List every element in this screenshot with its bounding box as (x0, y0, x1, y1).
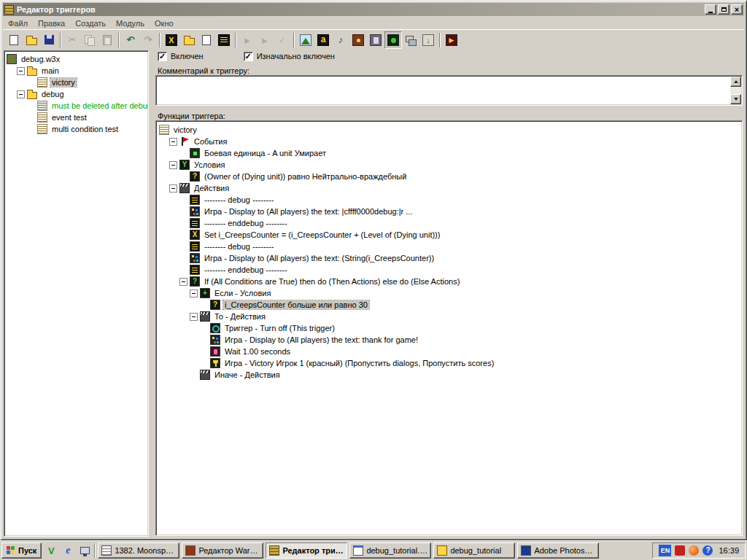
quick-launch-ie-icon[interactable]: e (61, 543, 75, 558)
menu-window[interactable]: Окно (150, 18, 179, 29)
func-row-trigger-root[interactable]: victory (158, 124, 740, 136)
open-folder-icon (26, 38, 37, 45)
menu-create[interactable]: Создать (70, 18, 111, 29)
tray-icon-orange[interactable] (689, 545, 699, 556)
sound-editor-button[interactable] (332, 31, 349, 49)
func-label: Иначе - Действия (213, 370, 282, 379)
func-row-wait[interactable]: Wait 1.00 seconds (158, 346, 740, 357)
collapse-icon[interactable] (169, 184, 177, 192)
collapse-icon[interactable] (17, 90, 25, 98)
terrain-editor-button[interactable] (297, 31, 314, 49)
new-trigger-button[interactable] (198, 31, 215, 49)
func-row-comment-enddebug[interactable]: -------- enddebug -------- (158, 264, 740, 276)
close-button[interactable]: × (731, 4, 743, 15)
new-variable-button[interactable] (163, 31, 180, 49)
system-tray: EN 16:39 (652, 542, 746, 559)
collapse-icon[interactable] (190, 313, 198, 321)
object-editor-button[interactable] (314, 31, 332, 49)
func-row-actions[interactable]: Действия (158, 182, 740, 194)
ai-editor-button[interactable] (367, 31, 384, 49)
new-category-button[interactable] (180, 31, 198, 49)
save-button[interactable] (40, 31, 58, 49)
initially-on-checkbox[interactable]: ✓ (244, 52, 253, 61)
paste-button[interactable] (98, 31, 116, 49)
taskbar-task-world-editor[interactable]: Редактор Warc... (182, 542, 263, 559)
tree-row-category-debug[interactable]: debug (5, 88, 147, 100)
taskbar-task-trigger-editor[interactable]: Редактор тригг... (266, 542, 347, 559)
func-row-comment-debug[interactable]: -------- debug -------- (158, 194, 740, 206)
func-row-set-variable[interactable]: Set i_CreepsCounter = (i_CreepsCounter +… (158, 229, 740, 241)
variable-x-icon (166, 34, 177, 46)
trigger-functions-tree[interactable]: victory События Боевая единица - A unit … (155, 120, 743, 536)
tree-row-category-main[interactable]: main (5, 65, 147, 77)
open-button[interactable] (23, 31, 40, 49)
tree-row-trigger-victory[interactable]: victory (5, 77, 147, 88)
collapse-icon[interactable] (179, 278, 187, 286)
scroll-down-button[interactable] (730, 94, 741, 104)
indent-spacer (200, 301, 208, 309)
new-button[interactable] (5, 31, 23, 49)
taskbar-task-folder[interactable]: debug_tutorial (433, 542, 515, 559)
new-comment-button[interactable] (215, 31, 233, 49)
copy-button[interactable] (81, 31, 98, 49)
enable-check-button[interactable] (274, 31, 291, 49)
enabled-checkbox[interactable]: ✓ (158, 52, 167, 61)
comment-scrollbar[interactable] (730, 77, 741, 104)
func-row-conditions[interactable]: Условия (158, 159, 740, 171)
func-row-display-text[interactable]: Игра - Display to (All players) the text… (158, 206, 740, 217)
tray-icon-help[interactable] (703, 545, 713, 556)
quick-launch-show-desktop[interactable] (77, 543, 92, 558)
tree-row-map[interactable]: debug.w3x (5, 53, 147, 65)
collapse-icon[interactable] (17, 67, 25, 75)
func-label: Условия (193, 160, 226, 169)
func-row-if-conditions[interactable]: Если - Условия (158, 287, 740, 299)
indent-spacer (179, 243, 187, 251)
quick-launch-app-icon[interactable]: V (44, 543, 58, 558)
minimize-button[interactable] (705, 4, 716, 15)
collapse-icon[interactable] (190, 289, 198, 298)
func-row-display-text[interactable]: Игра - Display to (All players) the text… (158, 334, 740, 346)
menu-file[interactable]: Файл (3, 18, 33, 29)
func-row-victory-action[interactable]: Игра - Victory Игрок 1 (красный) (Пропус… (158, 357, 740, 369)
collapse-icon[interactable] (169, 138, 177, 146)
collapse-icon[interactable] (169, 161, 177, 169)
func-row-else-actions[interactable]: Иначе - Действия (158, 369, 740, 381)
func-row-display-text[interactable]: Игра - Display to (All players) the text… (158, 252, 740, 264)
tray-icon-red[interactable] (675, 545, 685, 556)
func-row-comment-debug[interactable]: -------- debug -------- (158, 241, 740, 252)
tree-row-trigger-multi-condition[interactable]: multi condition test (5, 123, 147, 135)
comment-text[interactable] (158, 77, 727, 104)
func-row-event-item[interactable]: Боевая единица - A unit Умирает (158, 147, 740, 159)
object-manager-button[interactable] (402, 31, 419, 49)
trigger-comment-input[interactable] (155, 75, 743, 106)
trigger-editor-button[interactable] (384, 31, 402, 49)
taskbar-task-notepad[interactable]: debug_tutorial.t... (349, 542, 431, 559)
func-row-selected-condition[interactable]: i_CreepsCounter больше или равно 30 (158, 299, 740, 311)
taskbar-task-moonspell[interactable]: 1382. Moonspell ... (98, 542, 179, 559)
run-selection-button[interactable] (256, 31, 274, 49)
start-button[interactable]: Пуск (1, 542, 42, 559)
run-button[interactable] (239, 31, 256, 49)
tree-row-trigger-disabled[interactable]: must be deleted after debug (5, 100, 147, 112)
func-row-events[interactable]: События (158, 136, 740, 147)
undo-button[interactable] (122, 31, 139, 49)
import-manager-button[interactable] (419, 31, 437, 49)
menu-edit[interactable]: Правка (33, 18, 70, 29)
func-row-if-then-else[interactable]: If (All Conditions are True) then do (Th… (158, 276, 740, 287)
titlebar[interactable]: Редактор триггеров × (3, 3, 744, 16)
restore-button[interactable] (718, 4, 729, 15)
menu-module[interactable]: Модуль (111, 18, 150, 29)
cut-button[interactable] (63, 31, 81, 49)
campaign-editor-button[interactable] (349, 31, 367, 49)
taskbar-task-photoshop[interactable]: Adobe Photoshop (517, 542, 599, 559)
func-row-turn-off-trigger[interactable]: Триггер - Turn off (This trigger) (158, 322, 740, 334)
if-then-else-icon (190, 276, 200, 287)
func-row-condition-item[interactable]: (Owner of (Dying unit)) равно Нейтрально… (158, 171, 740, 182)
func-row-then-actions[interactable]: То - Действия (158, 311, 740, 322)
scroll-up-button[interactable] (730, 77, 741, 87)
language-indicator[interactable]: EN (659, 545, 671, 556)
redo-button[interactable] (139, 31, 157, 49)
test-map-button[interactable] (443, 31, 460, 49)
func-row-comment-enddebug[interactable]: -------- enddebug -------- (158, 217, 740, 229)
tree-row-trigger-event-test[interactable]: event test (5, 112, 147, 123)
